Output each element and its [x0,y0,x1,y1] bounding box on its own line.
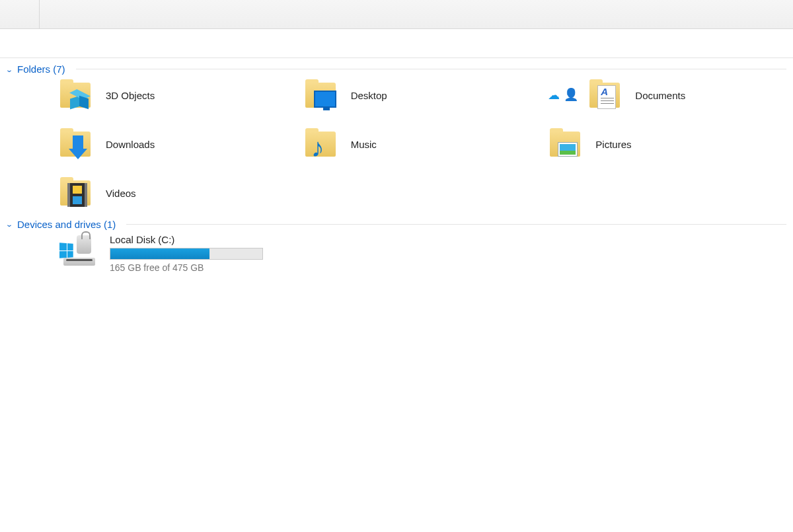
folder-label: Music [351,139,377,150]
folder-label: Desktop [351,90,387,101]
ribbon-bar [0,0,793,29]
drive-label: Local Disk (C:) [110,234,263,245]
folder-label: Downloads [106,139,155,150]
folder-icon: ♪ [303,128,342,161]
bitlocker-unlocked-icon [77,235,91,254]
folders-grid: 3D Objects Desktop ☁ 👤 Documents Downloa… [0,76,793,213]
folder-label: Documents [635,90,685,101]
folder-label: Pictures [595,139,631,150]
document-icon [597,85,616,109]
film-icon [67,183,87,207]
folder-icon [58,176,96,209]
download-arrow-icon [70,135,87,159]
shared-icon: 👤 [564,87,578,102]
address-bar-area [0,29,793,58]
folder-documents[interactable]: ☁ 👤 Documents [548,79,793,112]
drive-icon [59,234,100,268]
drive-subtext: 165 GB free of 475 GB [110,262,263,273]
ribbon-divider [0,0,40,28]
folder-icon [58,128,96,161]
drive-local-disk-c[interactable]: Local Disk (C:) 165 GB free of 475 GB [0,231,793,273]
folder-videos[interactable]: Videos [58,176,303,209]
folder-pictures[interactable]: Pictures [548,128,793,161]
folder-icon [587,79,626,112]
capacity-fill [110,248,209,259]
folder-downloads[interactable]: Downloads [58,128,303,161]
folder-3d-objects[interactable]: 3D Objects [58,79,303,112]
music-note-icon: ♪ [311,134,324,161]
status-icons: ☁ 👤 [548,88,578,102]
cloud-icon: ☁ [548,88,560,102]
folder-label: Videos [106,188,136,199]
cube-icon [70,92,89,109]
folder-icon [303,79,342,112]
folder-label: 3D Objects [106,90,155,101]
folder-icon [58,79,96,112]
section-title: Devices and drives (1) [17,219,116,230]
section-header-drives[interactable]: ⌄ Devices and drives (1) [0,213,793,231]
section-header-folders[interactable]: ⌄ Folders (7) [0,58,793,76]
section-rule [76,69,786,69]
monitor-icon [314,91,336,108]
capacity-bar [110,248,263,260]
section-rule [126,224,786,225]
section-title: Folders (7) [17,63,65,75]
folder-music[interactable]: ♪ Music [303,128,548,161]
drive-info: Local Disk (C:) 165 GB free of 475 GB [110,234,263,273]
folder-desktop[interactable]: Desktop [303,79,548,112]
chevron-down-icon: ⌄ [5,65,13,73]
photo-icon [558,142,578,157]
folder-icon [548,128,586,161]
chevron-down-icon: ⌄ [5,221,13,228]
